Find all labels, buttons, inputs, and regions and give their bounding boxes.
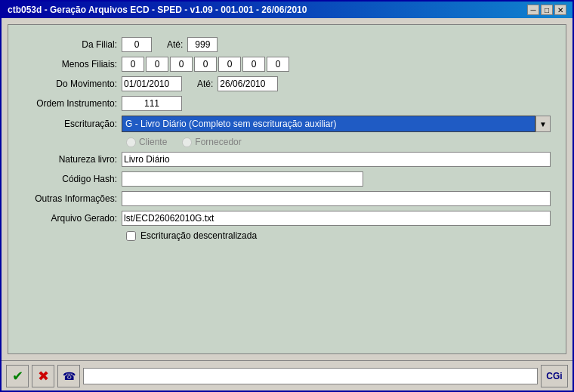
escrituracao-label: Escrituração:	[23, 119, 122, 129]
menos-filial-6[interactable]	[242, 57, 265, 72]
arquivo-gerado-input[interactable]	[122, 211, 551, 226]
codigo-hash-row: Código Hash:	[23, 171, 551, 187]
natureza-livro-row: Natureza livro:	[23, 152, 551, 167]
x-icon: ✖	[38, 368, 49, 384]
menos-filial-3[interactable]	[170, 57, 193, 72]
arquivo-gerado-row: Arquivo Gerado:	[23, 211, 551, 226]
minimize-button[interactable]: ─	[527, 5, 539, 15]
menos-filial-1[interactable]	[122, 57, 144, 72]
menos-filial-7[interactable]	[267, 57, 289, 72]
da-filial-label: Da Filial:	[23, 39, 122, 50]
da-filial-input[interactable]	[122, 37, 152, 52]
ate-movimento-label: Até:	[197, 79, 213, 89]
cliente-label: Cliente	[139, 137, 167, 147]
ordem-instrumento-input[interactable]	[122, 96, 182, 111]
ate-filial-input[interactable]	[187, 37, 218, 52]
cancel-button[interactable]: ✖	[32, 365, 54, 387]
window-title: ctb053d - Geração Arquivos ECD - SPED - …	[8, 5, 307, 15]
da-filial-row: Da Filial: Até:	[23, 37, 551, 52]
menos-filiais-label: Menos Filiais:	[23, 59, 122, 69]
cliente-radio[interactable]	[126, 137, 136, 147]
outras-informacoes-row: Outras Informações:	[23, 191, 551, 206]
escrituracao-dropdown-arrow[interactable]: ▼	[535, 116, 551, 132]
close-button[interactable]: ✕	[554, 5, 566, 15]
title-bar-buttons: ─ □ ✕	[527, 5, 566, 15]
maximize-button[interactable]: □	[541, 5, 553, 15]
fornecedor-radio[interactable]	[182, 137, 192, 147]
title-bar: ctb053d - Geração Arquivos ECD - SPED - …	[2, 2, 572, 18]
check-icon: ✔	[12, 368, 23, 384]
cgi-label: CGi	[546, 371, 562, 381]
ate-movimento-input[interactable]	[218, 76, 278, 91]
ordem-instrumento-row: Ordem Instrumento:	[23, 96, 551, 111]
ate-filial-label: Até:	[167, 39, 183, 50]
fornecedor-radio-item: Fornecedor	[182, 137, 241, 147]
content-area: Da Filial: Até: Menos Filiais:	[2, 18, 572, 390]
radio-row: Cliente Fornecedor	[126, 137, 551, 147]
escrituracao-select-text[interactable]: G - Livro Diário (Completo sem escritura…	[122, 116, 535, 132]
do-movimento-label: Do Movimento:	[23, 79, 122, 89]
fornecedor-label: Fornecedor	[195, 137, 241, 147]
menos-filiais-row: Menos Filiais:	[23, 57, 551, 72]
do-movimento-input[interactable]	[122, 76, 182, 91]
menos-filial-4[interactable]	[194, 57, 217, 72]
cgi-button[interactable]: CGi	[541, 365, 568, 387]
outras-informacoes-label: Outras Informações:	[23, 193, 122, 204]
confirm-button[interactable]: ✔	[6, 365, 29, 387]
outras-informacoes-input[interactable]	[122, 191, 551, 206]
ate-movimento-section: Até:	[197, 76, 278, 91]
main-window: ctb053d - Geração Arquivos ECD - SPED - …	[0, 0, 574, 392]
arquivo-gerado-label: Arquivo Gerado:	[23, 213, 122, 224]
toolbar: ✔ ✖ ☎ CGi	[2, 360, 572, 390]
menos-filial-5[interactable]	[218, 57, 241, 72]
natureza-livro-input[interactable]	[122, 152, 551, 167]
escrituracao-select-wrapper: G - Livro Diário (Completo sem escritura…	[122, 116, 551, 132]
codigo-hash-label: Código Hash:	[23, 174, 122, 184]
menos-filiais-inputs	[122, 57, 289, 72]
ate-filial-section: Até:	[167, 37, 218, 52]
cliente-radio-item: Cliente	[126, 137, 167, 147]
natureza-livro-label: Natureza livro:	[23, 154, 122, 165]
ordem-instrumento-label: Ordem Instrumento:	[23, 98, 122, 109]
escrituracao-descentralizada-row: Escrituração descentralizada	[126, 230, 551, 241]
codigo-hash-input[interactable]	[122, 171, 363, 187]
toolbar-input[interactable]	[83, 368, 538, 384]
escrituracao-row: Escrituração: G - Livro Diário (Completo…	[23, 116, 551, 132]
menos-filial-2[interactable]	[146, 57, 168, 72]
phone-button[interactable]: ☎	[57, 365, 80, 387]
phone-icon: ☎	[63, 370, 76, 382]
main-panel: Da Filial: Até: Menos Filiais:	[8, 24, 566, 354]
do-movimento-row: Do Movimento: Até:	[23, 76, 551, 91]
escrituracao-descentralizada-checkbox[interactable]	[126, 231, 136, 241]
escrituracao-descentralizada-label: Escrituração descentralizada	[140, 230, 257, 241]
